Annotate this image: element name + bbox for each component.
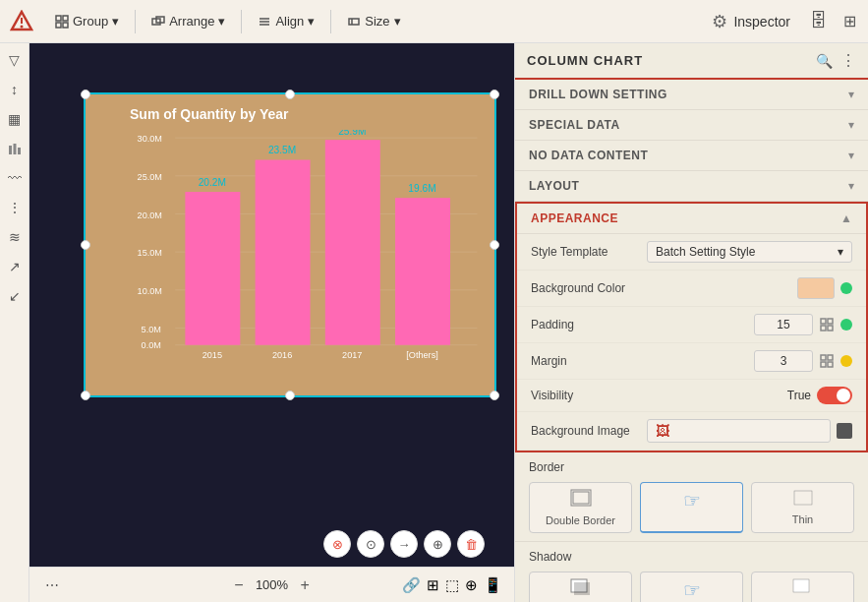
shadow-outer-icon xyxy=(570,578,592,598)
size-button[interactable]: Size ▾ xyxy=(339,10,408,32)
arrange-button[interactable]: Arrange ▾ xyxy=(144,10,233,32)
background-image-input[interactable]: 🖼 xyxy=(647,419,831,443)
layout-section[interactable]: LAYOUT ▾ xyxy=(515,171,868,202)
margin-row: Margin 3 xyxy=(517,343,866,380)
chart-actions: ⊗ ⊙ → ⊕ 🗑 xyxy=(323,530,485,558)
special-data-section[interactable]: SPECIAL DATA ▾ xyxy=(515,110,868,141)
sidebar-icon-table[interactable]: ≋ xyxy=(4,226,26,248)
arrange-label: Arrange xyxy=(169,14,214,29)
separator-2 xyxy=(241,10,242,33)
canvas-area[interactable]: Sum of Quantity by Year 30.0M 25.0M 20.0… xyxy=(29,43,514,602)
visibility-true-label: True xyxy=(787,389,811,402)
action-copy-btn[interactable]: ⊙ xyxy=(357,530,384,558)
grid-icon[interactable]: ⊞ xyxy=(427,576,439,594)
align-label: Align xyxy=(275,14,304,29)
canvas-bottom-bar: ⋯ − 100% + 🔗 ⊞ ⬚ ⊕ 📱 xyxy=(29,567,514,602)
svg-text:20.0M: 20.0M xyxy=(138,211,162,220)
style-template-row: Style Template Batch Setting Style ▾ xyxy=(517,234,866,271)
svg-rect-37 xyxy=(325,140,380,345)
database-icon[interactable]: 🗄 xyxy=(810,11,828,31)
border-hand-icon: ☞ xyxy=(683,489,701,512)
shadow-third-option[interactable] xyxy=(751,572,854,602)
menu-dots-icon[interactable]: ⋯ xyxy=(41,574,63,596)
margin-value: 3 xyxy=(647,350,852,372)
border-thin-label: Thin xyxy=(792,513,813,525)
shadow-outer-option[interactable]: Outer xyxy=(529,572,632,602)
sidebar-icon-arrow-down[interactable]: ↙ xyxy=(4,285,26,307)
app-logo[interactable] xyxy=(8,8,35,35)
appearance-header[interactable]: APPEARANCE ▲ xyxy=(517,204,866,234)
inspector-header-icons: 🔍 ⋮ xyxy=(816,51,856,70)
style-template-select[interactable]: Batch Setting Style ▾ xyxy=(647,241,852,263)
more-options-icon[interactable]: ⋮ xyxy=(840,51,856,70)
frame-icon[interactable]: ⬚ xyxy=(445,576,459,594)
chart-svg: 30.0M 25.0M 20.0M 15.0M 10.0M 5.0M 0.0M xyxy=(130,130,485,360)
drill-down-section[interactable]: DRILL DOWN SETTING ▾ xyxy=(515,80,868,110)
separator-3 xyxy=(330,10,331,33)
border-options: Double Border ☞ Thin xyxy=(529,482,854,533)
chart-container[interactable]: Sum of Quantity by Year 30.0M 25.0M 20.0… xyxy=(84,92,496,397)
border-thin-option[interactable]: Thin xyxy=(751,482,854,533)
appearance-arrow: ▲ xyxy=(840,211,852,225)
padding-input[interactable]: 15 xyxy=(754,314,813,335)
svg-rect-40 xyxy=(395,198,450,345)
magnet-icon[interactable]: ⊕ xyxy=(465,576,478,594)
svg-rect-34 xyxy=(256,160,311,345)
visibility-toggle[interactable] xyxy=(817,387,852,404)
inspector-scroll[interactable]: DRILL DOWN SETTING ▾ SPECIAL DATA ▾ NO D… xyxy=(515,80,868,602)
margin-input[interactable]: 3 xyxy=(754,350,813,372)
sidebar-icon-bar[interactable] xyxy=(4,138,26,159)
margin-expand-icon[interactable] xyxy=(819,353,835,369)
main-toolbar: Group ▾ Arrange ▾ Align ▾ Size ▾ ⚙ Inspe… xyxy=(0,0,868,43)
inspector-tab[interactable]: ⚙ Inspector xyxy=(700,7,802,36)
group-button[interactable]: Group ▾ xyxy=(47,10,127,32)
action-add-btn[interactable]: ⊕ xyxy=(424,530,451,558)
canvas-bottom-right: 🔗 ⊞ ⬚ ⊕ 📱 xyxy=(402,576,502,594)
border-thin-icon xyxy=(792,489,814,510)
background-image-color[interactable] xyxy=(837,423,852,439)
sidebar-icon-filter[interactable]: ▽ xyxy=(4,49,26,71)
action-delete-btn[interactable]: 🗑 xyxy=(457,530,485,558)
search-icon[interactable]: 🔍 xyxy=(816,53,833,69)
border-double-option[interactable]: Double Border xyxy=(529,482,632,533)
shadow-hand-option[interactable]: ☞ xyxy=(640,572,743,602)
margin-dot xyxy=(840,355,852,367)
svg-rect-49 xyxy=(821,362,826,367)
action-forward-btn[interactable]: → xyxy=(390,530,418,558)
layout-label: LAYOUT xyxy=(529,179,579,193)
svg-rect-50 xyxy=(828,362,833,367)
svg-rect-3 xyxy=(56,16,61,21)
sidebar-icon-sort[interactable]: ↕ xyxy=(4,79,26,100)
sidebar-icon-arrow-up[interactable]: ↗ xyxy=(4,256,26,277)
shadow-hand-icon: ☞ xyxy=(683,578,701,602)
svg-text:2015: 2015 xyxy=(203,350,222,360)
no-data-section[interactable]: NO DATA CONTENT ▾ xyxy=(515,141,868,171)
svg-text:30.0M: 30.0M xyxy=(138,134,162,144)
inspector-header: COLUMN CHART 🔍 ⋮ xyxy=(515,43,868,80)
canvas-bottom-center: − 100% + xyxy=(228,574,316,596)
align-button[interactable]: Align ▾ xyxy=(250,10,322,32)
sidebar-icon-line[interactable]: 〰 xyxy=(4,167,26,189)
panel-toggle-icon[interactable]: ⊞ xyxy=(839,8,860,34)
sidebar-icon-grid[interactable]: ▦ xyxy=(4,108,26,130)
svg-rect-55 xyxy=(574,582,590,595)
border-label: Border xyxy=(529,460,854,474)
zoom-level: 100% xyxy=(256,577,288,592)
svg-rect-45 xyxy=(821,326,826,331)
zoom-out-btn[interactable]: − xyxy=(228,574,250,596)
padding-dot xyxy=(840,319,852,331)
background-color-preview[interactable] xyxy=(797,277,835,299)
mobile-icon[interactable]: 📱 xyxy=(484,576,502,594)
action-close-btn[interactable]: ⊗ xyxy=(323,530,351,558)
group-chevron: ▾ xyxy=(112,14,119,29)
border-hand-option[interactable]: ☞ xyxy=(640,482,743,533)
sidebar-icon-dots[interactable]: ⋮ xyxy=(4,197,26,218)
svg-text:2017: 2017 xyxy=(342,350,362,360)
zoom-in-btn[interactable]: + xyxy=(294,574,316,596)
padding-expand-icon[interactable] xyxy=(819,317,835,332)
style-template-chevron: ▾ xyxy=(838,245,843,259)
style-template-label: Style Template xyxy=(531,245,639,259)
align-chevron: ▾ xyxy=(308,14,315,29)
link-icon[interactable]: 🔗 xyxy=(402,576,421,594)
svg-text:[Others]: [Others] xyxy=(406,350,438,360)
